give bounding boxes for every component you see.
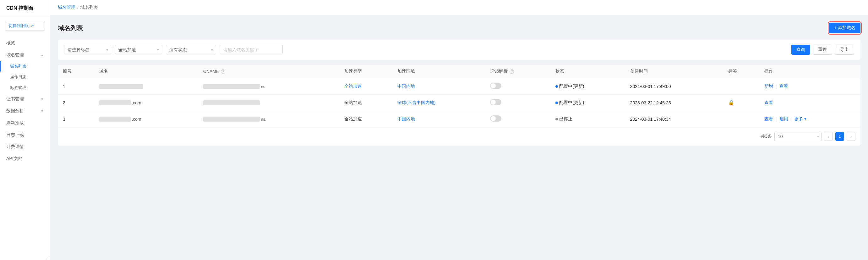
sidebar-item-billing[interactable]: 计费详情 <box>0 141 50 153</box>
sidebar: CDN 控制台 切换到旧版 ↗ 概览 域名管理 ▲ 域名列表 操作日志 标签管理… <box>0 0 50 260</box>
row1-created: 2024-03-01 17:49:00 <box>625 78 723 95</box>
chevron-down-icon-cert: ▼ <box>40 97 44 101</box>
domain-list-label: 域名列表 <box>10 63 26 69</box>
sidebar-item-overview[interactable]: 概览 <box>0 37 50 49</box>
row3-ipv6 <box>485 111 550 127</box>
table-row: 1 ns. 全站加速 中国内地 <box>58 78 861 95</box>
cname3-blurred <box>203 117 260 122</box>
row1-region-link[interactable]: 中国内地 <box>397 84 415 89</box>
row2-ipv6 <box>485 95 550 111</box>
row2-accel-type: 全站加速 <box>339 95 392 111</box>
status-select[interactable]: 所有状态 已上线 已停止 配置中 <box>166 45 216 54</box>
more-chevron-icon: ▼ <box>804 117 807 121</box>
sidebar-group-data-analysis[interactable]: 数据分析 ▼ <box>0 105 50 117</box>
row2-status: 配置中(更新) <box>550 95 625 111</box>
row1-accel-type-link[interactable]: 全站加速 <box>344 84 362 89</box>
breadcrumb-domain-list: 域名列表 <box>81 5 98 10</box>
accel-type-select[interactable]: 全站加速 静态加速 动态加速 <box>115 45 162 54</box>
tag-select[interactable]: 请选择标签 <box>64 45 111 54</box>
overview-label: 概览 <box>6 40 15 46</box>
table-row: 3 .com ns. 全站加速 中国内地 <box>58 111 861 127</box>
sidebar-group-domain-mgmt[interactable]: 域名管理 ▲ <box>0 49 50 61</box>
sidebar-item-operation-log[interactable]: 操作日志 <box>0 72 50 82</box>
row3-region-link[interactable]: 中国内地 <box>397 116 415 121</box>
row3-action-group: 查看 | 启用 | 更多 ▼ <box>764 116 856 122</box>
ipv6-info-icon[interactable]: ? <box>509 69 514 74</box>
row2-region-link[interactable]: 全球(不含中国内地) <box>397 100 435 105</box>
sidebar-item-api-docs[interactable]: API文档 <box>0 153 50 165</box>
chevron-up-icon: ▲ <box>40 53 44 57</box>
pagination-total: 共3条 <box>761 134 772 139</box>
row3-more-action[interactable]: 更多 ▼ <box>794 116 807 122</box>
row3-created: 2024-03-01 17:40:34 <box>625 111 723 127</box>
col-id: 编号 <box>58 65 94 78</box>
row3-status-indicator <box>555 118 558 120</box>
table-header: 编号 域名 CNAME ? 加速类型 加速区域 IPv6解析 ? 状态 创建时间… <box>58 65 861 78</box>
row1-status-text: 配置中(更新) <box>559 84 584 89</box>
query-button[interactable]: 查询 <box>792 45 810 55</box>
active-indicator <box>0 61 1 72</box>
row1-domain <box>94 78 198 95</box>
page-size-select[interactable]: 10 20 50 100 <box>774 132 822 141</box>
sidebar-item-tag-mgmt[interactable]: 标签管理 <box>0 82 50 93</box>
col-accel-type: 加速类型 <box>339 65 392 78</box>
col-actions: 操作 <box>759 65 861 78</box>
next-page-btn[interactable]: › <box>847 132 856 141</box>
sidebar-item-log-download[interactable]: 日志下载 <box>0 129 50 141</box>
domain-table-container: 编号 域名 CNAME ? 加速类型 加速区域 IPv6解析 ? 状态 创建时间… <box>58 65 861 146</box>
sidebar-item-domain-list[interactable]: 域名列表 <box>0 61 50 72</box>
row3-view-action[interactable]: 查看 <box>764 116 773 122</box>
main-content: 域名管理 / 域名列表 域名列表 + 添加域名 请选择标签 ▼ 全站加速 <box>50 0 868 260</box>
row2-ipv6-toggle[interactable] <box>490 99 501 105</box>
row1-add-action[interactable]: 新增 <box>764 84 773 89</box>
row2-id: 2 <box>58 95 94 111</box>
export-button[interactable]: 导出 <box>835 45 854 55</box>
sidebar-item-refresh-prefetch[interactable]: 刷新预取 <box>0 117 50 129</box>
domain-mgmt-label: 域名管理 <box>6 52 24 58</box>
page-header: 域名列表 + 添加域名 <box>58 23 861 33</box>
row3-status: 已停止 <box>550 111 625 127</box>
operation-log-label: 操作日志 <box>10 74 26 80</box>
page-1-btn[interactable]: 1 <box>835 132 844 141</box>
domain3-blurred <box>99 117 131 122</box>
row1-status: 配置中(更新) <box>550 78 625 95</box>
row3-enable-action[interactable]: 启用 <box>779 116 788 122</box>
table-row: 2 .com 全站加速 全球(不含中国内地) <box>58 95 861 111</box>
page-content: 域名列表 + 添加域名 请选择标签 ▼ 全站加速 静态加速 动态加速 <box>50 15 868 260</box>
row2-status-indicator <box>555 102 558 104</box>
row1-status-dot: 配置中(更新) <box>555 84 584 89</box>
domain-blurred <box>99 84 143 89</box>
refresh-prefetch-label: 刷新预取 <box>6 120 24 126</box>
row2-created: 2023-03-22 12:45:25 <box>625 95 723 111</box>
row2-domain: .com <box>94 95 198 111</box>
filter-bar: 请选择标签 ▼ 全站加速 静态加速 动态加速 ▼ 所有状态 已上线 <box>58 39 861 60</box>
row3-actions: 查看 | 启用 | 更多 ▼ <box>759 111 861 127</box>
row1-ipv6-toggle[interactable] <box>490 83 501 89</box>
col-created: 创建时间 <box>625 65 723 78</box>
switch-label: 切换到旧版 <box>8 23 29 29</box>
row1-view-action[interactable]: 查看 <box>779 84 788 89</box>
prev-page-btn[interactable]: ‹ <box>824 132 833 141</box>
row1-tag <box>723 78 760 95</box>
cname-info-icon[interactable]: ? <box>221 69 225 74</box>
row2-accel-region: 全球(不含中国内地) <box>392 95 485 111</box>
row3-ipv6-toggle[interactable] <box>490 115 501 122</box>
add-domain-button[interactable]: + 添加域名 <box>829 23 861 33</box>
status-select-wrapper: 所有状态 已上线 已停止 配置中 ▼ <box>166 45 216 54</box>
reset-button[interactable]: 重置 <box>813 45 832 55</box>
page-title: 域名列表 <box>58 24 83 32</box>
breadcrumb: 域名管理 / 域名列表 <box>58 5 98 10</box>
sidebar-group-cert-mgmt[interactable]: 证书管理 ▼ <box>0 93 50 105</box>
filter-row: 请选择标签 ▼ 全站加速 静态加速 动态加速 ▼ 所有状态 已上线 <box>64 45 854 55</box>
page-size-wrapper: 10 20 50 100 ▼ <box>774 132 822 141</box>
row3-sep1: | <box>776 117 777 122</box>
row2-status-text: 配置中(更新) <box>559 100 584 106</box>
row3-status-dot: 已停止 <box>555 116 572 122</box>
breadcrumb-domain-mgmt[interactable]: 域名管理 <box>58 5 75 10</box>
keyword-input[interactable] <box>220 45 283 54</box>
row3-status-text: 已停止 <box>559 116 572 122</box>
row2-action-group: 查看 <box>764 100 856 106</box>
row3-cname: ns. <box>198 111 339 127</box>
row2-view-action[interactable]: 查看 <box>764 100 773 106</box>
switch-to-old-btn[interactable]: 切换到旧版 ↗ <box>5 21 45 31</box>
